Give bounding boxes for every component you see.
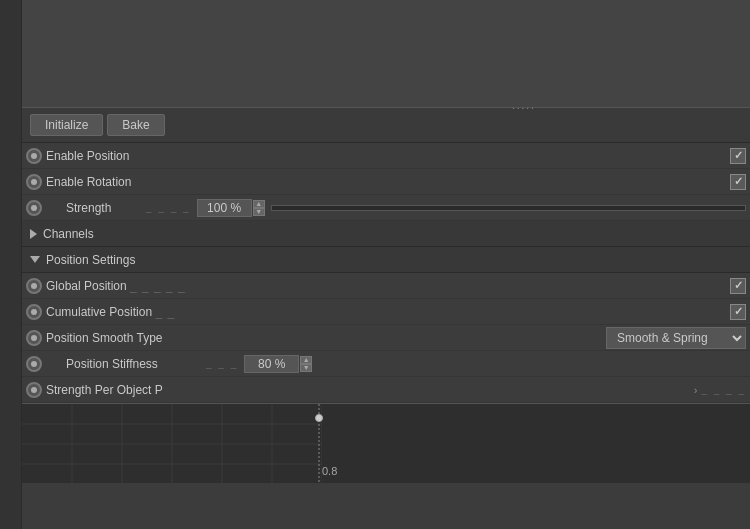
graph-grid: [22, 404, 322, 483]
enable-position-label: Enable Position: [46, 149, 726, 163]
bake-button[interactable]: Bake: [107, 114, 164, 136]
toolbar: Initialize Bake: [22, 108, 750, 143]
channels-triangle-icon: [30, 229, 37, 239]
enable-rotation-row: Enable Rotation ✓: [22, 169, 750, 195]
position-smooth-type-radio[interactable]: [26, 330, 42, 346]
position-stiffness-label: Position Stiffness: [66, 357, 206, 371]
strength-per-object-row: Strength Per Object P › _ _ _ _: [22, 377, 750, 403]
position-settings-section-header[interactable]: Position Settings: [22, 247, 750, 273]
position-settings-triangle-icon: [30, 256, 40, 263]
cumulative-position-checkbox[interactable]: ✓: [730, 304, 746, 320]
strength-dots: _ _ _ _: [146, 202, 191, 213]
left-sidebar: [0, 0, 22, 529]
strength-per-object-dots: _ _ _ _: [701, 384, 746, 395]
position-stiffness-down-arrow[interactable]: ▼: [300, 364, 312, 372]
position-stiffness-radio[interactable]: [26, 356, 42, 372]
strength-label: Strength: [66, 201, 146, 215]
position-stiffness-spinner: ▲ ▼: [300, 356, 312, 372]
enable-position-radio[interactable]: [26, 148, 42, 164]
strength-radio[interactable]: [26, 200, 42, 216]
properties-panel: Enable Position ✓ Enable Rotation ✓ Stre…: [22, 143, 750, 403]
dots-indicator: .....: [512, 100, 536, 111]
enable-position-row: Enable Position ✓: [22, 143, 750, 169]
position-stiffness-input[interactable]: [244, 355, 299, 373]
enable-rotation-radio[interactable]: [26, 174, 42, 190]
strength-per-object-arrow: ›: [694, 384, 698, 396]
position-stiffness-up-arrow[interactable]: ▲: [300, 356, 312, 364]
position-stiffness-row: Position Stiffness _ _ _ ▲ ▼: [22, 351, 750, 377]
strength-slider[interactable]: [271, 205, 746, 211]
enable-rotation-checkbox[interactable]: ✓: [730, 174, 746, 190]
top-area: .....: [22, 0, 750, 108]
global-position-row: Global Position _ _ _ _ _ ✓: [22, 273, 750, 299]
global-position-radio[interactable]: [26, 278, 42, 294]
channels-section-header[interactable]: Channels: [22, 221, 750, 247]
enable-position-checkbox[interactable]: ✓: [730, 148, 746, 164]
global-position-checkbox[interactable]: ✓: [730, 278, 746, 294]
cumulative-position-label: Cumulative Position _ _: [46, 305, 726, 319]
strength-row: Strength _ _ _ _ ▲ ▼: [22, 195, 750, 221]
cumulative-position-radio[interactable]: [26, 304, 42, 320]
strength-spinner: ▲ ▼: [253, 200, 265, 216]
position-stiffness-dots: _ _ _: [206, 358, 238, 369]
strength-per-object-radio[interactable]: [26, 382, 42, 398]
strength-down-arrow[interactable]: ▼: [253, 208, 265, 216]
initialize-button[interactable]: Initialize: [30, 114, 103, 136]
channels-section-label: Channels: [43, 227, 94, 241]
graph-area: 0.8: [22, 403, 750, 483]
graph-label: 0.8: [322, 465, 337, 477]
strength-per-object-label: Strength Per Object P: [46, 383, 690, 397]
cumulative-position-row: Cumulative Position _ _ ✓: [22, 299, 750, 325]
global-position-label: Global Position _ _ _ _ _: [46, 279, 726, 293]
position-settings-section-label: Position Settings: [46, 253, 135, 267]
position-smooth-type-label: Position Smooth Type: [46, 331, 606, 345]
strength-up-arrow[interactable]: ▲: [253, 200, 265, 208]
enable-rotation-label: Enable Rotation: [46, 175, 726, 189]
strength-input[interactable]: [197, 199, 252, 217]
position-smooth-type-select[interactable]: Smooth & Spring: [606, 327, 746, 349]
graph-handle[interactable]: [315, 414, 323, 422]
position-smooth-type-row: Position Smooth Type Smooth & Spring: [22, 325, 750, 351]
